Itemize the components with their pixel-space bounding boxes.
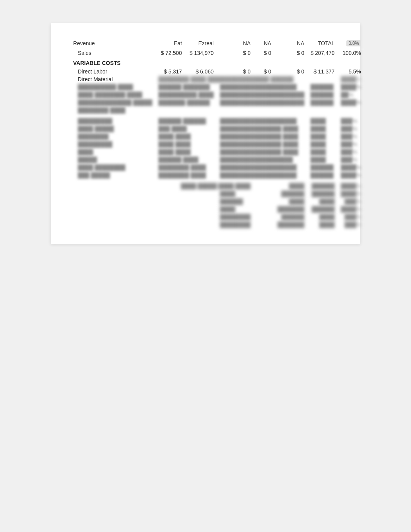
blurred-row-1: ██████████ ████ ██████ ███████ █████████…	[70, 83, 364, 91]
sales-na3: $ 0	[274, 49, 307, 57]
sales-eat: $ 72,500	[155, 49, 185, 57]
table-header-row: Revenue Eat Ezreal NA NA NA TOTAL 0.0%	[70, 39, 364, 49]
direct-labor-na2: $ 0	[253, 68, 274, 75]
header-eat: Eat	[155, 39, 185, 49]
direct-labor-na3: $ 0	[274, 68, 307, 75]
header-total: TOTAL	[307, 39, 337, 49]
sales-ezreal: $ 134,970	[185, 49, 217, 57]
direct-material-row: Direct Material ████████ ████ ██████████…	[70, 75, 364, 83]
header-label: Revenue	[70, 39, 155, 49]
direct-labor-na1: $ 0	[217, 68, 253, 75]
blurred-row-10: █████ ██████ ████ ███████████████████ ██…	[70, 156, 364, 164]
direct-labor-eat: $ 5,317	[155, 68, 185, 75]
pct-badge: 0.0%	[346, 40, 361, 46]
financial-table: Revenue Eat Ezreal NA NA NA TOTAL 0.0% S…	[70, 39, 364, 228]
direct-labor-pct: 5.5%	[338, 68, 364, 75]
direct-labor-ezreal: $ 6,060	[185, 68, 217, 75]
variable-costs-header: VARIABLE COSTS	[70, 57, 364, 68]
blurred-row-5: █████████ ██████ ██████ ████████████████…	[70, 117, 364, 125]
blurred-row-6: ████ █████ ███ ████ ████████████████ ███…	[70, 125, 364, 133]
report-page: Revenue Eat Ezreal NA NA NA TOTAL 0.0% S…	[51, 23, 360, 244]
header-na1: NA	[217, 39, 253, 49]
sales-pct: 100.0%	[338, 49, 364, 57]
direct-labor-label: Direct Labor	[70, 68, 155, 75]
header-ezreal: Ezreal	[185, 39, 217, 49]
blurred-row-4: ████████ ████	[70, 106, 364, 114]
header-pct: 0.0%	[338, 39, 364, 49]
variable-costs-label: VARIABLE COSTS	[70, 57, 364, 68]
blurred-row-18: ████████ ███████ ████ ███%	[70, 221, 364, 228]
sales-label: Sales	[70, 49, 155, 57]
sales-row: Sales $ 72,500 $ 134,970 $ 0 $ 0 $ 0 $ 2…	[70, 49, 364, 57]
direct-material-pct: ████%	[338, 75, 364, 83]
blurred-row-16: ████ ███████ ██████ ████%	[70, 205, 364, 213]
header-na2: NA	[253, 39, 274, 49]
blurred-row-13: ████ █████ ████ ████ ████ ██████ ████%	[70, 182, 364, 190]
blurred-row-15: ██████ ████ ████ ███%	[70, 198, 364, 205]
blurred-row-3: ██████████████ █████ ███████ ██████ ████…	[70, 99, 364, 106]
blurred-row-2: ████ ████████ ████ ██████████ ████ █████…	[70, 91, 364, 99]
direct-labor-total: $ 11,377	[307, 68, 337, 75]
header-na3: NA	[274, 39, 307, 49]
sales-total: $ 207,470	[307, 49, 337, 57]
sales-na2: $ 0	[253, 49, 274, 57]
blurred-row-9: ████ ████ ████ ████████████████ ████ ███…	[70, 148, 364, 156]
blurred-row-12: ███ █████ ████████ ████ ████████████████…	[70, 171, 364, 179]
direct-labor-row: Direct Labor $ 5,317 $ 6,060 $ 0 $ 0 $ 0…	[70, 68, 364, 75]
blurred-row-7: ████████ ████ ████ ████████████████ ████…	[70, 133, 364, 140]
direct-material-label: Direct Material	[70, 75, 155, 83]
blurred-row-14: ████ ██████ ██████ ████%	[70, 190, 364, 198]
blurred-row-8: █████████ ████ ████ ████████████████ ███…	[70, 140, 364, 148]
blurred-row-11: ████ ████████ ████████ ████ ████████████…	[70, 164, 364, 171]
sales-na1: $ 0	[217, 49, 253, 57]
direct-material-values: ████████ ████ ████████████████ ██████	[155, 75, 337, 83]
blurred-row-17: ████████ ██████ ████ ███%	[70, 213, 364, 221]
